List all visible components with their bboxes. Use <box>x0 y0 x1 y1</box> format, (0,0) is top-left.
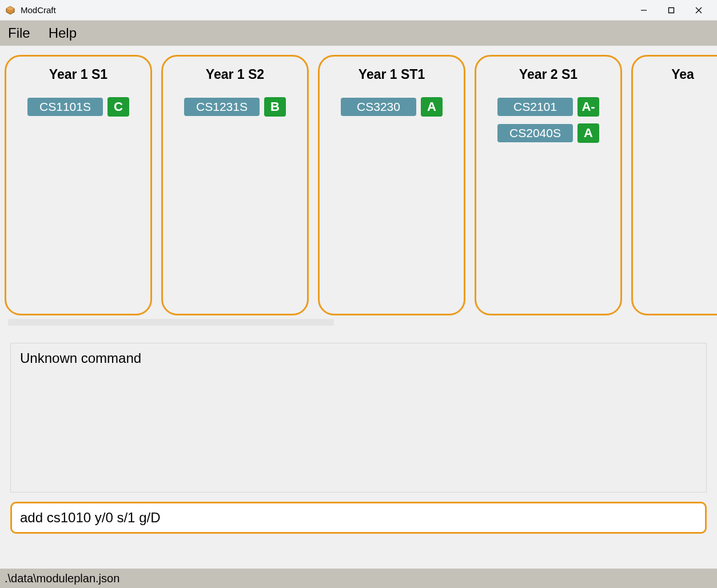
maximize-button[interactable] <box>658 0 685 21</box>
close-button[interactable] <box>685 0 712 21</box>
output-message: Unknown command <box>20 350 141 366</box>
module-list: CS3230 A <box>341 97 443 117</box>
module-list: CS1231S B <box>184 97 286 117</box>
semester-title: Year 1 S1 <box>49 67 107 82</box>
semester-card: Yea <box>631 55 717 315</box>
module-code[interactable]: CS2101 <box>497 98 573 116</box>
semester-title: Yea <box>671 67 694 82</box>
module-list: CS2101 A- CS2040S A <box>497 97 599 143</box>
module-code[interactable]: CS3230 <box>341 98 416 116</box>
titlebar: ModCraft <box>0 0 717 21</box>
menubar: File Help <box>0 21 717 46</box>
module-grade: A- <box>577 97 599 117</box>
semester-card: Year 1 ST1 CS3230 A <box>318 55 465 315</box>
content-area: Year 1 S1 CS1101S C Year 1 S2 CS1231S B <box>0 46 717 569</box>
horizontal-scrollbar[interactable] <box>8 319 709 326</box>
semesters-scroll: Year 1 S1 CS1101S C Year 1 S2 CS1231S B <box>0 46 717 329</box>
window-title: ModCraft <box>21 5 630 15</box>
menu-help[interactable]: Help <box>49 25 77 41</box>
module-grade: C <box>107 97 129 117</box>
module-grade: A <box>421 97 443 117</box>
module-grade: B <box>264 97 286 117</box>
statusbar: .\data\moduleplan.json <box>0 569 717 588</box>
semester-title: Year 2 S1 <box>519 67 577 82</box>
module-grade: A <box>577 123 599 143</box>
app-icon <box>5 5 16 16</box>
svg-rect-3 <box>669 7 674 13</box>
module-row: CS1101S C <box>27 97 129 117</box>
semester-card: Year 1 S1 CS1101S C <box>5 55 152 315</box>
scrollbar-thumb[interactable] <box>8 319 334 326</box>
module-code[interactable]: CS1231S <box>184 98 260 116</box>
semester-card: Year 1 S2 CS1231S B <box>161 55 309 315</box>
module-row: CS2040S A <box>497 123 599 143</box>
module-row: CS1231S B <box>184 97 286 117</box>
command-input[interactable] <box>20 510 697 526</box>
module-row: CS3230 A <box>341 97 443 117</box>
minimize-button[interactable] <box>630 0 658 21</box>
module-list: CS1101S C <box>27 97 129 117</box>
window-controls <box>630 0 712 21</box>
semester-title: Year 1 S2 <box>206 67 264 82</box>
module-code[interactable]: CS1101S <box>27 98 103 116</box>
semester-card: Year 2 S1 CS2101 A- CS2040S A <box>475 55 622 315</box>
command-input-wrapper[interactable] <box>10 502 707 534</box>
status-path: .\data\moduleplan.json <box>5 572 120 585</box>
semesters-row: Year 1 S1 CS1101S C Year 1 S2 CS1231S B <box>0 55 717 315</box>
module-row: CS2101 A- <box>497 97 599 117</box>
menu-file[interactable]: File <box>8 25 30 41</box>
output-panel: Unknown command <box>10 343 707 493</box>
semester-title: Year 1 ST1 <box>358 67 425 82</box>
module-code[interactable]: CS2040S <box>497 124 573 142</box>
